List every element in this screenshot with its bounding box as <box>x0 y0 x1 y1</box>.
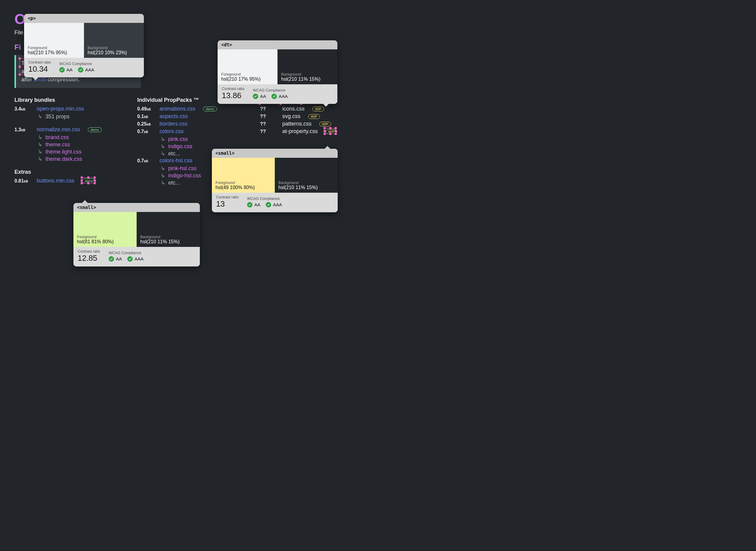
check-icon <box>109 256 114 261</box>
file-link[interactable]: animations.css <box>160 106 195 112</box>
background-swatch: Background hsl(210 11% 15%) <box>137 212 200 247</box>
label: Foreground <box>221 72 274 76</box>
indent-arrow-icon: ↳ <box>161 172 165 179</box>
file-row: 0.7kB colors.css <box>137 128 246 135</box>
file-link[interactable]: colors.css <box>160 128 184 135</box>
file-link[interactable]: buttons.min.css <box>37 178 74 184</box>
indent-arrow-icon: ↳ <box>161 136 165 142</box>
file-row: 0.1kB aspects.css <box>137 113 246 119</box>
foreground-swatch: Foreground hsl(81 81% 80%) <box>73 212 137 247</box>
label: Contrast ratio <box>216 195 239 199</box>
sub-link[interactable]: indigo-hsl.css <box>168 172 201 179</box>
props-count: 351 props <box>45 113 70 120</box>
contrast-value: 13 <box>216 199 239 209</box>
check-icon <box>127 256 133 261</box>
indent-arrow-icon: ↳ <box>38 141 42 148</box>
background-swatch: Background hsl(210 11% 15%) <box>275 158 338 193</box>
indent-arrow-icon: ↳ <box>38 156 42 162</box>
foreground-swatch: Foreground hsl(210 17% 95%) <box>218 49 277 84</box>
file-size: ?? <box>260 114 276 119</box>
file-link[interactable]: borders.css <box>160 121 187 127</box>
wcag-aaa: AAA <box>127 256 144 261</box>
color-value: hsl(210 10% 23%) <box>88 50 140 55</box>
label: WCAG Compliance <box>109 251 144 255</box>
demo-badge: demo <box>203 107 217 111</box>
file-label: patterns.css <box>282 121 311 127</box>
sub-link[interactable]: brand.css <box>45 134 69 141</box>
sub-list: ↳351 props <box>38 113 123 120</box>
wcag-aa: AA <box>247 202 260 207</box>
etc-text: etc... <box>168 150 180 157</box>
label: Foreground <box>28 46 80 50</box>
contrast-value: 10.34 <box>28 64 51 74</box>
wcag-aaa: AAA <box>78 67 94 73</box>
file-row: ?? patterns.css WIP <box>260 121 350 127</box>
sub-link[interactable]: indigo.css <box>168 143 192 150</box>
background-swatch: Background hsl(210 10% 23%) <box>84 23 144 58</box>
indent-arrow-icon: ↳ <box>161 143 165 150</box>
file-size: ?? <box>260 121 276 127</box>
wcag-block: WCAG Compliance AA AAA <box>59 62 94 73</box>
contrast-tooltip: <dt> Foreground hsl(210 17% 95%) Backgro… <box>218 40 337 104</box>
contrast-tooltip: <small> Foreground hsl(81 81% 80%) Backg… <box>73 203 200 266</box>
demo-badge: demo <box>82 178 96 183</box>
color-value: hsl(210 11% 15%) <box>140 239 196 244</box>
indent-arrow-icon: ↳ <box>161 179 165 186</box>
label: Background <box>140 235 196 239</box>
color-value: hsl(81 81% 80%) <box>77 239 133 244</box>
file-link[interactable]: colors-hsl.css <box>160 157 192 164</box>
check-icon <box>266 202 271 207</box>
file-link[interactable]: normalize.min.css <box>37 126 80 133</box>
color-value: hsl(49 100% 80%) <box>215 185 271 190</box>
color-value: hsl(210 17% 95%) <box>221 76 274 82</box>
file-row: 0.49kB animations.css demo <box>137 106 246 112</box>
contrast-ratio: Contrast ratio 13.86 <box>222 87 244 100</box>
file-link[interactable]: aspects.css <box>160 113 188 119</box>
wip-badge: WIP <box>308 114 320 119</box>
sub-link[interactable]: theme.light.css <box>45 149 82 155</box>
file-row: ?? icons.css WIP <box>260 106 350 112</box>
wcag-aa: AA <box>253 94 266 99</box>
sub-list: ↳brand.css ↳theme.css ↳theme.light.css ↳… <box>38 134 123 162</box>
sub-link[interactable]: theme.dark.css <box>45 156 82 162</box>
file-label: icons.css <box>282 106 305 112</box>
wcag-block: WCAG Compliance AA AAA <box>109 251 144 261</box>
color-value: hsl(210 11% 15%) <box>278 185 334 190</box>
group-title: Library bundles <box>14 97 123 103</box>
indent-arrow-icon: ↳ <box>161 150 165 157</box>
file-size: 0.7kB <box>137 158 153 163</box>
file-row: ?? at-property.css WIP <box>260 128 350 135</box>
file-label: at-property.css <box>282 128 318 135</box>
indent-arrow-icon: ↳ <box>161 165 165 172</box>
label: Contrast ratio <box>78 249 100 253</box>
label: WCAG Compliance <box>247 196 282 201</box>
file-size: 3.4kB <box>14 106 31 112</box>
label: WCAG Compliance <box>59 62 94 66</box>
label: Background <box>88 46 140 50</box>
label: Background <box>278 181 334 185</box>
sub-link[interactable]: pink.css <box>168 136 188 142</box>
sub-link[interactable]: theme.css <box>45 141 70 148</box>
check-icon <box>247 202 253 207</box>
check-icon <box>59 67 65 73</box>
file-size: 0.25kB <box>137 121 153 127</box>
contrast-value: 13.86 <box>222 91 244 100</box>
indent-arrow-icon: ↳ <box>38 134 42 141</box>
wip-badge: WIP <box>326 129 337 134</box>
wcag-aa: AA <box>59 67 73 73</box>
wcag-block: WCAG Compliance AA AAA <box>253 88 288 99</box>
file-size: 0.7kB <box>137 129 153 134</box>
tooltip-tag: <small> <box>73 203 200 212</box>
sub-link[interactable]: pink-hsl.css <box>168 165 197 172</box>
indent-arrow-icon: ↳ <box>38 113 42 120</box>
check-icon <box>78 67 83 73</box>
file-row: 0.25kB borders.css <box>137 121 246 127</box>
file-link[interactable]: open-props.min.css <box>37 106 84 112</box>
file-size: 0.81kB <box>14 178 31 184</box>
callout-text: after <box>21 76 34 82</box>
wcag-block: WCAG Compliance AA AAA <box>247 196 282 207</box>
file-size: 1.3kB <box>14 127 31 132</box>
file-size: 0.49kB <box>137 106 153 112</box>
tooltip-tag: <small> <box>212 149 338 158</box>
etc-text: etc... <box>168 180 180 186</box>
